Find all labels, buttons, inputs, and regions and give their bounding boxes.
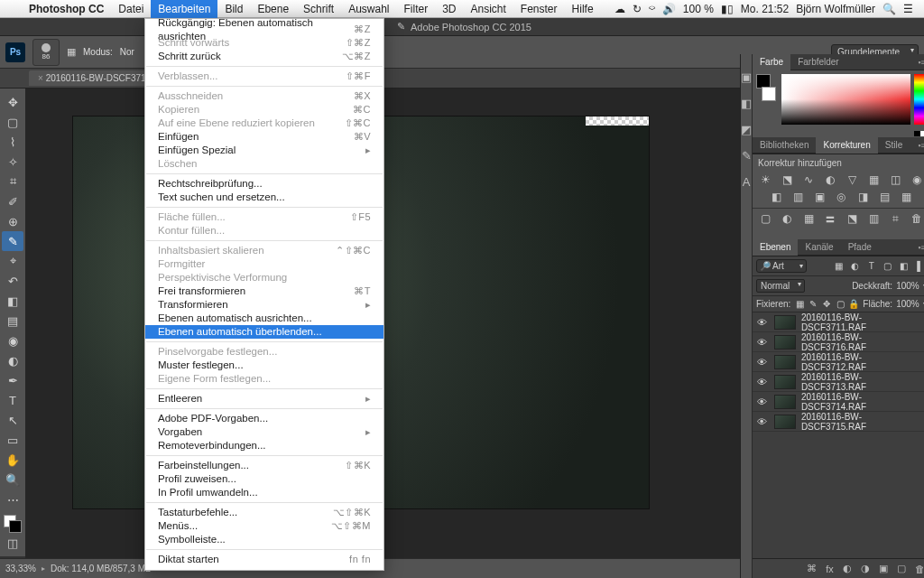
layer-row[interactable]: 👁20160116-BW-DSCF3715.RAF [753,412,924,432]
stamp-tool-icon[interactable]: ⌖ [2,251,23,271]
hue-strip[interactable] [914,74,924,125]
menu-item[interactable]: Einfügen Spezial▸ [145,144,383,157]
menu-item[interactable]: Remoteverbindungen... [145,439,383,452]
gradient-tool-icon[interactable]: ▤ [2,311,23,331]
menu-item[interactable]: Profil zuweisen... [145,472,383,486]
adj-channelmix-icon[interactable]: ◧ [769,191,783,203]
type-tool-icon[interactable]: T [2,390,23,410]
visibility-icon[interactable]: 👁 [756,317,769,328]
opacity-value[interactable]: 100% [896,281,919,291]
brush-panel-icon[interactable]: ▦ [67,46,76,58]
tab-farbe[interactable]: Farbe [753,54,790,70]
zoom-arrow-icon[interactable]: ▸ [42,564,45,573]
menu-item[interactable]: Einfügen⌘V [145,130,383,144]
healing-tool-icon[interactable]: ⊕ [2,211,23,231]
adj-levels-icon[interactable]: ⬔ [780,173,794,186]
layer-thumb[interactable] [774,415,796,429]
menu-item[interactable]: Frei transformieren⌘T [145,284,383,298]
adj-bw-icon[interactable]: ◫ [888,173,902,186]
layer-thumb[interactable] [774,375,796,389]
menu-item[interactable]: Text suchen und ersetzen... [145,191,383,204]
filter-toggle-icon[interactable]: ▌ [914,260,924,273]
user-label[interactable]: Björn Wolfmüller [796,3,875,15]
wand-tool-icon[interactable]: ✧ [2,152,23,172]
adj-trash-icon[interactable]: 🗑 [910,212,924,228]
char-panel-icon[interactable]: A [743,175,751,189]
menu-item[interactable]: Vorgaben▸ [145,425,383,439]
adj-preset6-icon[interactable]: ▥ [866,212,881,228]
mac-menu-item[interactable]: Filter [396,0,435,18]
brush-preset[interactable]: 86 [32,39,60,66]
adj-hue-icon[interactable]: ▦ [866,173,881,186]
edit-toolbar-icon[interactable]: ⋯ [2,489,23,509]
layer-thumb[interactable] [774,395,796,409]
lock-trans-icon[interactable]: ▦ [794,299,805,309]
visibility-icon[interactable]: 👁 [756,377,769,387]
visibility-icon[interactable]: 👁 [756,416,769,427]
lock-artboard-icon[interactable]: ▢ [835,299,845,309]
adj-exposure-icon[interactable]: ◐ [823,173,837,186]
cloud-icon[interactable]: ☁ [614,3,625,15]
layer-mask-icon[interactable]: ◐ [843,563,852,574]
adj-colorlookup-icon[interactable]: ▥ [790,191,805,203]
filter-adjust-icon[interactable]: ◐ [849,260,862,273]
layer-thumb[interactable] [774,315,796,330]
panel-menu-icon[interactable]: ▪≡ [913,243,924,252]
lock-paint-icon[interactable]: ✎ [808,299,818,309]
filter-pixel-icon[interactable]: ▦ [833,260,845,273]
layer-row[interactable]: 👁20160116-BW-DSCF3711.RAF [753,312,924,332]
document-tab[interactable]: × 20160116-BW-DSCF3716 [29,70,156,86]
filter-type-icon[interactable]: T [865,260,878,273]
adj-posterize-icon[interactable]: ◎ [834,191,848,203]
layer-row[interactable]: 👁20160116-BW-DSCF3714.RAF [753,392,924,412]
visibility-icon[interactable]: 👁 [756,337,769,348]
path-tool-icon[interactable]: ↖ [2,410,23,430]
menu-item[interactable]: Rechtschreibprüfung... [145,177,383,191]
app-name[interactable]: Photoshop CC [22,3,111,15]
link-layers-icon[interactable]: ⌘ [807,563,817,574]
menu-item[interactable]: Schritt zurück⌥⌘Z [145,50,383,63]
tab-x-icon[interactable]: × [38,73,43,83]
adj-preset4-icon[interactable]: 〓 [823,212,837,228]
brush-panel-icon-2[interactable]: ✎ [742,149,752,163]
adj-gradientmap-icon[interactable]: ▤ [877,191,892,203]
menu-item[interactable]: Adobe PDF-Vorgaben... [145,412,383,425]
sync-icon[interactable]: ↻ [633,3,642,15]
battery-icon[interactable]: ▮▯ [721,3,734,15]
visibility-icon[interactable]: 👁 [756,357,769,368]
color-gradient[interactable] [781,74,910,125]
delete-layer-icon[interactable]: 🗑 [915,564,924,574]
mac-menu-item[interactable]: Ansicht [464,0,513,18]
lasso-tool-icon[interactable]: ⌇ [2,132,23,152]
new-layer-icon[interactable]: ▢ [897,563,906,574]
quickmask-icon[interactable]: ◫ [2,533,23,553]
new-group-icon[interactable]: ▣ [879,563,888,574]
adj-invert-icon[interactable]: ▣ [812,191,827,203]
tab-stile[interactable]: Stile [878,137,910,154]
adj-preset2-icon[interactable]: ◐ [780,212,794,228]
wifi-icon[interactable]: ⌔ [649,3,655,15]
tab-korrekturen[interactable]: Korrekturen [816,137,877,154]
menu-item[interactable]: Ebenen automatisch ausrichten... [145,312,383,325]
notifications-icon[interactable]: ☰ [903,3,913,15]
adjustments-panel-icon[interactable]: ◩ [741,123,752,136]
adj-curves-icon[interactable]: ∿ [801,173,816,186]
menu-item[interactable]: Muster festlegen... [145,359,383,372]
tab-kanaele[interactable]: Kanäle [798,239,840,256]
eyedropper-tool-icon[interactable]: ✐ [2,191,23,211]
adj-preset1-icon[interactable]: ▢ [758,212,772,228]
zoom-tool-icon[interactable]: 🔍 [2,470,23,489]
blur-tool-icon[interactable]: ◉ [2,331,23,350]
crop-tool-icon[interactable]: ⌗ [2,172,23,191]
mac-menu-item[interactable]: Datei [111,0,151,18]
adj-preset5-icon[interactable]: ⬔ [845,212,859,228]
menu-item[interactable]: Tastaturbefehle...⌥⇧⌘K [145,506,383,519]
shape-tool-icon[interactable]: ▭ [2,430,23,450]
layer-thumb[interactable] [774,335,796,350]
mac-menu-item[interactable]: Fenster [513,0,565,18]
ps-logo-icon[interactable]: Ps [5,42,25,62]
adj-brightness-icon[interactable]: ☀ [758,173,772,186]
panel-menu-icon[interactable]: ▪≡ [913,141,924,150]
tab-bibliotheken[interactable]: Bibliotheken [753,137,816,154]
pen-tool-icon[interactable]: ✒ [2,370,23,390]
